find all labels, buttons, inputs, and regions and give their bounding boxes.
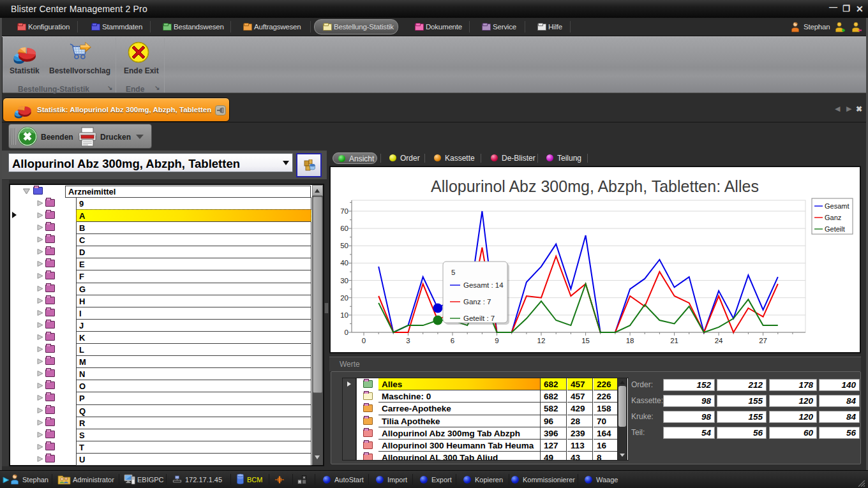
svg-text:20: 20 bbox=[340, 294, 348, 302]
svg-text:Allopurinol Abz 300mg, Abzph,: Allopurinol Abz 300mg, Abzph, Tabletten:… bbox=[431, 177, 759, 195]
svg-text:40: 40 bbox=[340, 259, 348, 267]
svg-text:50: 50 bbox=[340, 242, 348, 249]
svg-text:0: 0 bbox=[345, 329, 348, 336]
svg-text:70: 70 bbox=[340, 207, 348, 215]
svg-text:5: 5 bbox=[451, 269, 455, 276]
svg-text:9: 9 bbox=[495, 337, 498, 344]
svg-text:Geteilt: Geteilt bbox=[825, 225, 845, 233]
svg-text:27: 27 bbox=[759, 337, 767, 344]
svg-text:15: 15 bbox=[581, 337, 590, 344]
svg-text:24: 24 bbox=[715, 337, 723, 344]
svg-text:Gesamt: Gesamt bbox=[825, 202, 849, 210]
svg-text:12: 12 bbox=[537, 337, 546, 344]
svg-text:0: 0 bbox=[362, 337, 366, 344]
svg-text:Ganz : 7: Ganz : 7 bbox=[463, 298, 491, 306]
svg-text:Geteilt : 7: Geteilt : 7 bbox=[463, 314, 495, 322]
svg-text:21: 21 bbox=[670, 337, 678, 344]
svg-text:3: 3 bbox=[406, 337, 410, 344]
svg-text:60: 60 bbox=[340, 225, 348, 232]
svg-text:18: 18 bbox=[626, 337, 634, 344]
svg-text:Ganz: Ganz bbox=[825, 214, 841, 221]
svg-text:6: 6 bbox=[451, 337, 454, 344]
svg-text:Gesamt : 14: Gesamt : 14 bbox=[463, 281, 504, 289]
svg-text:30: 30 bbox=[340, 277, 348, 285]
svg-text:10: 10 bbox=[340, 311, 348, 319]
